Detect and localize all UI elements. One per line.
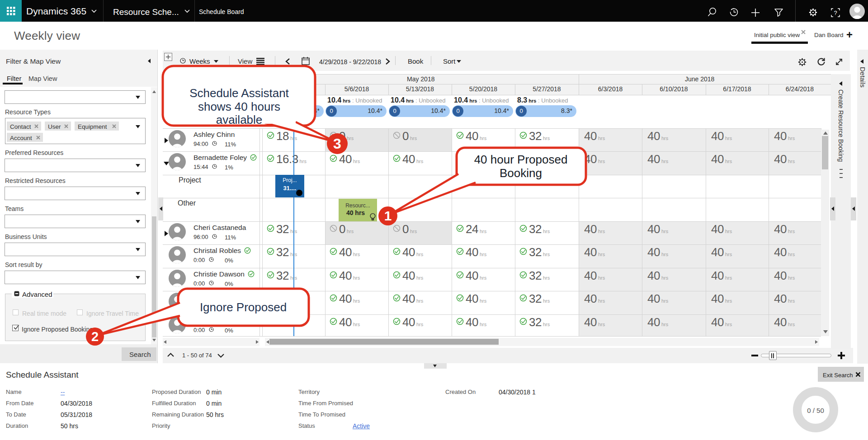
svg-text:40 hour Proposed: 40 hour Proposed (474, 153, 568, 166)
svg-text:3: 3 (333, 136, 341, 152)
svg-text:shows 40 hours: shows 40 hours (198, 100, 280, 113)
svg-text:2: 2 (91, 329, 99, 344)
svg-text:Booking: Booking (500, 166, 542, 180)
svg-text:Ignore Proposed: Ignore Proposed (200, 300, 287, 314)
svg-text:Schedule Assistant: Schedule Assistant (189, 86, 289, 100)
svg-text:available: available (216, 113, 263, 126)
svg-text:1: 1 (384, 208, 392, 223)
